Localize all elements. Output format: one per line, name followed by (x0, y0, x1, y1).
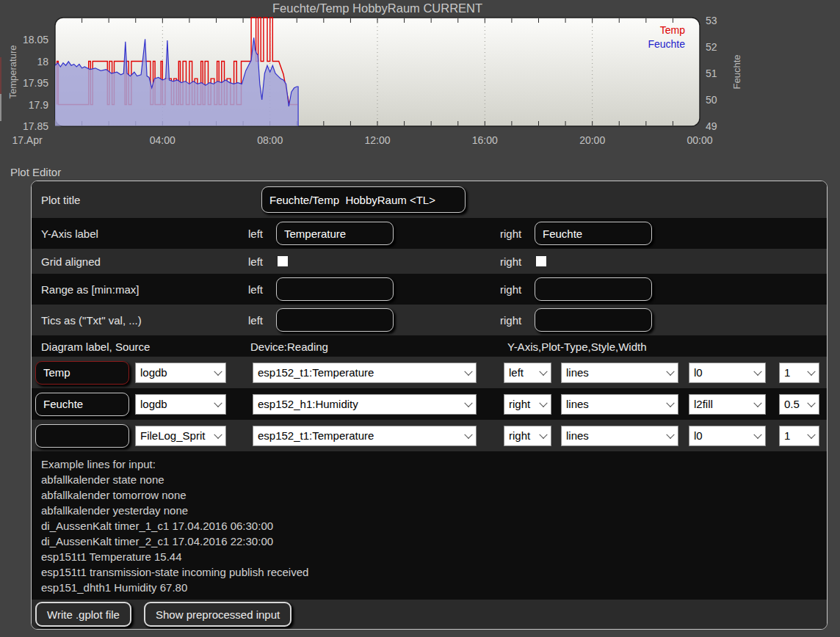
example-line: esp151_dhth1 Humidity 67.80 (41, 580, 828, 595)
line2-device-reading-select[interactable]: esp152_h1:Humidity (253, 394, 477, 415)
right-label: right (500, 283, 521, 296)
row-tics: Tics as ("Txt" val, ...) left right (32, 305, 827, 335)
header-device-reading: Device:Reading (250, 340, 328, 352)
row-y-axis-label: Y-Axis label left right (32, 218, 827, 249)
line3-source-select[interactable]: FileLog_Sprit (135, 426, 226, 446)
right-label: right (500, 255, 521, 268)
example-line: esp151t1 Temperature 15.44 (41, 549, 828, 564)
line1-style-select[interactable]: l0 (689, 363, 766, 383)
left-axis-labels: 17.8517.917.951818.05 (23, 34, 48, 132)
svg-text:16:00: 16:00 (472, 134, 498, 146)
plot-editor-heading: Plot Editor (10, 166, 61, 178)
svg-text:12:00: 12:00 (364, 134, 390, 146)
example-line: abfallkalender state none (41, 472, 828, 487)
svg-text:20:00: 20:00 (579, 134, 605, 146)
line3-width-select[interactable]: 1 (779, 426, 819, 446)
right-axis-title: Feuchte (731, 55, 742, 90)
line2-source-select[interactable]: logdb (135, 394, 226, 415)
range-left-input[interactable] (276, 277, 394, 301)
plot-line-row-3: FileLog_Sprit esp152_t1:Temperature righ… (32, 420, 827, 451)
line1-diagram-label-input[interactable] (35, 361, 129, 385)
range-right-input[interactable] (535, 277, 652, 301)
row-grid-aligned: Grid aligned left right (32, 249, 827, 274)
right-axis-labels: 4950515253 (706, 15, 717, 132)
x-axis-labels: 17.Apr04:0008:0012:0016:0020:0000:00 (12, 134, 712, 146)
row-column-headers: Diagram label, Source Device:Reading Y-A… (32, 335, 827, 357)
plot-line-row-2: logdb esp152_h1:Humidity right lines l2f… (32, 388, 827, 420)
row-range: Range as [min:max] left right (32, 274, 827, 305)
tics-left-input[interactable] (276, 308, 394, 332)
left-axis-title: Temperature (7, 46, 18, 99)
plot-title-input[interactable] (261, 186, 466, 213)
line2-plot-type-select[interactable]: lines (561, 394, 678, 415)
button-row: Write .gplot file Show preprocessed inpu… (32, 600, 828, 629)
line1-width-select[interactable]: 1 (779, 363, 819, 383)
line1-plot-type-select[interactable]: lines (561, 363, 678, 383)
line2-width-select[interactable]: 0.5 (779, 394, 819, 415)
example-line: esp151t1 transmission-state incoming pub… (41, 564, 828, 580)
plot-editor-form: Plot title Y-Axis label left right Grid … (31, 181, 828, 630)
line3-yaxis-select[interactable]: right (504, 426, 551, 446)
svg-text:00:00: 00:00 (687, 134, 712, 146)
left-label: left (248, 314, 263, 327)
write-gplot-file-button[interactable]: Write .gplot file (35, 602, 131, 627)
line3-device-reading-select[interactable]: esp152_t1:Temperature (253, 426, 477, 446)
line2-yaxis-select[interactable]: right (504, 394, 551, 415)
right-label: right (500, 314, 521, 327)
legend-feuchte: Feuchte (648, 38, 685, 50)
example-line: abfallkalender tomorrow none (41, 487, 828, 503)
svg-text:51: 51 (706, 68, 717, 79)
svg-text:53: 53 (706, 15, 717, 26)
svg-text:17.85: 17.85 (23, 120, 48, 132)
y-axis-left-input[interactable] (276, 222, 394, 245)
plot-title-label: Plot title (41, 194, 80, 206)
line2-style-select[interactable]: l2fill (689, 394, 766, 415)
line3-plot-type-select[interactable]: lines (561, 426, 678, 446)
svg-text:08:00: 08:00 (257, 134, 283, 146)
tics-label: Tics as ("Txt" val, ...) (41, 314, 142, 327)
svg-text:17.9: 17.9 (29, 99, 48, 111)
line1-source-select[interactable]: logdb (135, 363, 226, 383)
svg-text:50: 50 (706, 94, 717, 106)
header-diagram-label-source: Diagram label, Source (41, 340, 150, 352)
right-label: right (500, 228, 521, 240)
svg-text:52: 52 (706, 41, 717, 53)
line3-diagram-label-input[interactable] (35, 424, 129, 448)
range-label: Range as [min:max] (41, 283, 139, 296)
svg-text:04:00: 04:00 (150, 134, 175, 146)
left-label: left (248, 255, 263, 268)
y-axis-right-input[interactable] (535, 222, 652, 245)
svg-text:18: 18 (37, 56, 48, 68)
svg-plot-chart[interactable]: Feuchte/Temp HobbyRaum CURRENT17.8517.91… (0, 0, 840, 156)
grid-aligned-label: Grid aligned (41, 255, 101, 268)
chart-title: Feuchte/Temp HobbyRaum CURRENT (272, 1, 482, 15)
chart-svg: Feuchte/Temp HobbyRaum CURRENT17.8517.91… (0, 0, 840, 156)
line2-diagram-label-input[interactable] (35, 393, 129, 416)
row-plot-title: Plot title (32, 181, 827, 218)
show-preprocessed-input-button[interactable]: Show preprocessed input (144, 602, 292, 627)
header-yaxis-plottype-style-width: Y-Axis,Plot-Type,Style,Width (507, 340, 647, 352)
tics-right-input[interactable] (535, 308, 652, 332)
y-axis-label-label: Y-Axis label (41, 228, 98, 240)
svg-text:17.Apr: 17.Apr (12, 134, 43, 146)
line1-device-reading-select[interactable]: esp152_t1:Temperature (253, 363, 477, 383)
example-line: di_AussenKalt timer_2_c1 17.04.2016 22:3… (41, 534, 828, 549)
example-heading: Example lines for input: (41, 456, 828, 472)
plot-line-row-1: logdb esp152_t1:Temperature left lines l… (32, 357, 827, 388)
left-label: left (248, 283, 263, 296)
example-lines-block: Example lines for input: abfallkalender … (32, 451, 828, 600)
line1-yaxis-select[interactable]: left (504, 363, 551, 383)
svg-text:17.95: 17.95 (23, 77, 48, 89)
example-line: abfallkalender yesterday none (41, 503, 828, 518)
example-line: di_AussenKalt timer_1_c1 17.04.2016 06:3… (41, 518, 828, 534)
fhem-plot-editor-page: { "chart_data": { "type": "line", "title… (0, 0, 840, 637)
grid-aligned-right-checkbox[interactable] (536, 256, 546, 266)
legend-temp: Temp (660, 24, 685, 36)
svg-text:18.05: 18.05 (23, 34, 48, 46)
line3-style-select[interactable]: l0 (689, 426, 766, 446)
grid-aligned-left-checkbox[interactable] (278, 256, 288, 266)
left-label: left (248, 228, 263, 240)
svg-text:49: 49 (706, 120, 717, 132)
